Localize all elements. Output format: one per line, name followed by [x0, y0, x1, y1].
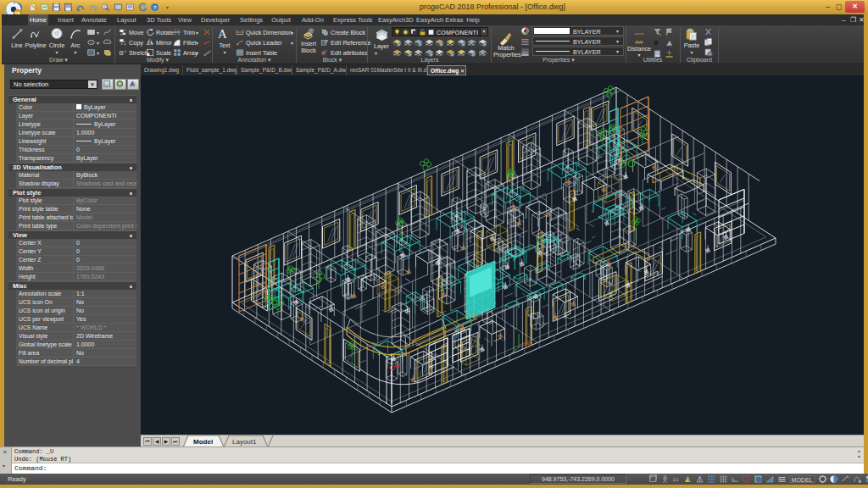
svg-text:?: ? — [153, 4, 157, 10]
svg-text:1:1: 1:1 — [672, 478, 678, 482]
svg-text:Layout1: Layout1 — [232, 438, 257, 446]
svg-text:Model: Model — [193, 438, 213, 446]
svg-text:Q: Q — [103, 5, 107, 9]
